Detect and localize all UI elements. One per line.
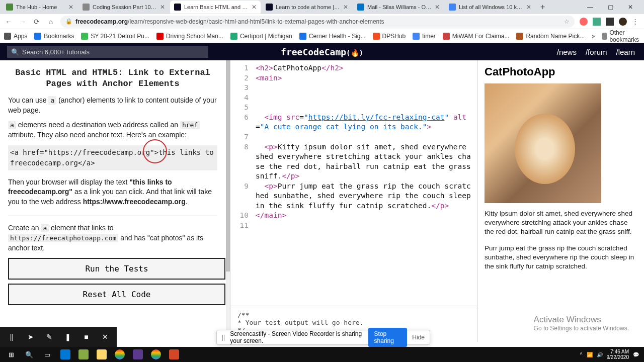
code-line[interactable]: 1<h2>CatPhotoApp</h2> [230,63,477,73]
code-line[interactable]: 4 [230,93,477,103]
camera-icon[interactable]: ■ [79,330,93,344]
menu-icon[interactable]: ⋮ [632,18,640,26]
scrollbar[interactable] [226,60,230,342]
minimize-button[interactable]: — [583,4,598,11]
extension-icon[interactable] [580,18,588,26]
main-content: Basic HTML and HTML5: Link to External P… [0,60,644,342]
bookmark-item[interactable]: Random Name Pick... [516,33,585,40]
extension-icon[interactable] [593,18,601,26]
bookmark-favicon [373,33,380,40]
new-tab-button[interactable]: + [536,3,549,12]
browser-tab[interactable]: Mail - Silas Williams - Outloo✕ [353,1,444,14]
close-window-button[interactable]: ✕ [623,4,638,11]
reset-code-button[interactable]: Reset All Code [8,284,225,305]
line-number: 4 [230,93,256,103]
tab-title: Learn Basic HTML and HTML [184,4,249,10]
run-tests-button[interactable]: Run the Tests [8,258,225,280]
close-icon[interactable]: ✕ [160,4,165,11]
code-editor[interactable]: 1<h2>CatPhotoApp</h2>2<main>3456 <img sr… [230,60,477,306]
home-button[interactable]: ⌂ [46,18,55,26]
nav-learn[interactable]: /learn [616,48,635,56]
code-line[interactable]: 8 <p>Kitty ipsum dolor sit amet, shed ev… [230,142,477,182]
bookmark-item[interactable]: MiWAM For Claima... [443,33,510,40]
tray-chevron-icon[interactable]: ^ [580,352,583,357]
browser-tab[interactable]: Learn Basic HTML and HTML✕ [170,1,261,14]
bookmark-label: MiWAM For Claima... [452,33,510,40]
tab-title: List of all Windows 10 keybo [459,4,523,10]
stop-sharing-button[interactable]: Stop sharing [368,328,408,347]
tray-wifi-icon[interactable]: 📶 [587,352,593,357]
line-number: 8 [230,142,256,182]
bookmark-item[interactable]: timer [413,33,436,40]
close-icon[interactable]: ✕ [435,4,440,11]
bookmarks-overflow[interactable]: » [592,33,595,40]
bookmark-item[interactable]: SY 20-21 Detroit Pu... [81,33,149,40]
search-input[interactable]: 🔍 Search 6,000+ tutorials [7,46,208,58]
bookmark-item[interactable]: Bookmarks [34,33,74,40]
bookmark-label: DPSHub [382,33,406,40]
pen-icon[interactable]: ✎ [42,330,56,344]
preview-image [485,83,601,203]
close-icon[interactable]: ✕ [68,4,73,11]
search-button[interactable]: 🔍 [20,347,38,361]
taskbar-app[interactable] [74,347,93,361]
code-line[interactable]: 11 [230,221,477,231]
code-line[interactable]: 5 [230,103,477,113]
bookmark-item[interactable]: Cerner Health - Sig... [299,33,366,40]
close-icon[interactable]: ✕ [343,4,348,11]
maximize-button[interactable]: ▢ [603,4,618,11]
taskbar-app[interactable] [56,347,74,361]
line-number: 5 [230,103,256,113]
taskbar-app[interactable] [93,347,111,361]
bookmark-label: Cerner Health - Sig... [309,33,366,40]
bookmark-item[interactable]: Apps [4,33,27,40]
tab-favicon [6,4,13,11]
bookmark-favicon [516,33,523,40]
line-number: 1 [230,63,256,73]
browser-tab[interactable]: Coding Session Part 10-18 | ✕ [78,1,169,14]
code-line[interactable]: 3 [230,83,477,93]
bookmark-favicon [34,33,41,40]
close-toolbar-icon[interactable]: ✕ [98,330,112,344]
fcc-logo[interactable]: freeCodeCamp(🔥) [281,47,363,57]
clock[interactable]: 7:46 AM 9/22/2020 [607,349,629,360]
url-input[interactable]: 🔒 freecodecamp.org/learn/responsive-web-… [60,16,575,28]
back-button[interactable]: ← [4,18,13,26]
star-icon[interactable]: ☆ [564,18,570,25]
reload-button[interactable]: ⟳ [32,18,41,26]
task-view-button[interactable]: ▭ [38,347,56,361]
notifications-icon[interactable]: 💬 [633,352,639,357]
pause-share-icon[interactable]: || [222,334,225,341]
code-line[interactable]: 9 <p>Purr jump eat the grass rip the cou… [230,182,477,211]
code-line[interactable]: 7 [230,132,477,142]
cursor-icon[interactable]: ➤ [24,330,37,344]
code-line[interactable]: 2<main> [230,73,477,83]
code-line[interactable]: 6 <img src="https://bit.ly/fcc-relaxing-… [230,113,477,132]
bookmark-item[interactable]: DPSHub [373,33,406,40]
browser-tab[interactable]: Learn to code at home | free✕ [262,1,352,14]
bookmark-item[interactable]: Driving School Man... [156,33,223,40]
close-icon[interactable]: ✕ [252,4,257,11]
tray-volume-icon[interactable]: 🔊 [597,352,603,357]
bookmark-item[interactable]: Certiport | Michigan [230,33,292,40]
hide-share-button[interactable]: Hide [412,334,425,341]
nav-forum[interactable]: /forum [586,48,607,56]
bookmark-favicon [230,33,237,40]
close-icon[interactable]: ✕ [526,4,531,11]
marker-icon[interactable]: ❚ [61,330,74,344]
nav-news[interactable]: /news [557,48,577,56]
taskbar-app[interactable] [147,347,165,361]
extension-puzzle-icon[interactable] [606,18,614,26]
taskbar-app[interactable] [129,347,147,361]
taskbar-app[interactable] [165,347,183,361]
start-button[interactable]: ⊞ [2,347,20,361]
pause-icon[interactable]: || [5,330,19,344]
taskbar-app[interactable] [111,347,129,361]
forward-button[interactable]: → [18,18,27,26]
code-example: <a href="https://freecodecamp.org">this … [8,145,217,170]
code-line[interactable]: 10</main> [230,211,477,221]
profile-avatar[interactable] [619,18,627,26]
browser-tab[interactable]: The Hub - Home✕ [2,1,77,14]
browser-tab[interactable]: List of all Windows 10 keybo✕ [445,1,535,14]
other-bookmarks[interactable]: Other bookmarks [602,29,641,43]
